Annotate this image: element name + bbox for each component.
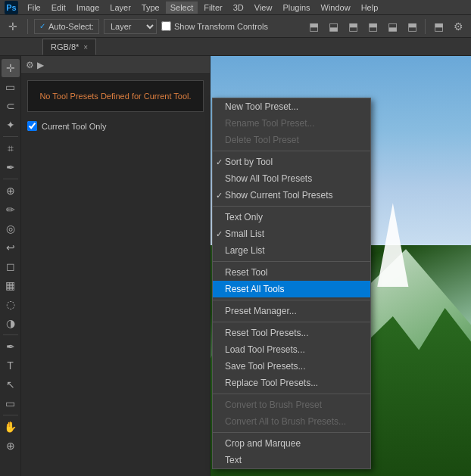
- distribute-right-icon[interactable]: ⬒: [404, 18, 420, 35]
- ctx-item-convert-all-to-brush-presets: Convert All to Brush Presets...: [213, 413, 370, 430]
- ctx-item-text-only[interactable]: Text Only: [213, 209, 370, 226]
- tool-lasso[interactable]: ⊂: [2, 97, 20, 115]
- ctx-item-text[interactable]: Text: [213, 452, 370, 468]
- ctx-separator-10: [213, 300, 370, 300]
- distribute-center-icon[interactable]: ⬓: [384, 18, 401, 35]
- ctx-item-show-current-tool-presets[interactable]: ✓Show Current Tool Presets: [213, 187, 370, 204]
- move-tool-icon[interactable]: ✛: [5, 18, 21, 35]
- tool-type[interactable]: T: [2, 356, 20, 375]
- settings-icon[interactable]: ⚙: [450, 18, 466, 35]
- ctx-item-crop-and-marquee[interactable]: Crop and Marquee: [213, 435, 370, 452]
- ctx-item-delete-tool-preset: Delete Tool Preset: [213, 132, 370, 148]
- ctx-check-sort-by-tool: ✓: [216, 157, 223, 167]
- tool-eyedropper[interactable]: ✒: [2, 158, 20, 176]
- tab-bar: RGB/8* ×: [0, 38, 471, 56]
- ctx-item-rename-tool-preset: Rename Tool Preset...: [213, 115, 370, 132]
- tool-zoom[interactable]: ⊕: [2, 437, 20, 455]
- tool-history-brush[interactable]: ↩: [2, 238, 20, 257]
- presets-panel: ⚙ ▶ No Tool Presets Defined for Current …: [21, 56, 211, 476]
- tab-close-button[interactable]: ×: [83, 43, 88, 51]
- distribute-icon[interactable]: ⬒: [364, 18, 381, 35]
- tool-brush[interactable]: ✏: [2, 201, 20, 219]
- tool-path-select[interactable]: ↖: [2, 375, 20, 394]
- transform-controls-checkbox[interactable]: [161, 21, 171, 31]
- ctx-label-reset-tool: Reset Tool: [225, 267, 267, 278]
- ctx-label-preset-manager: Preset Manager...: [225, 306, 297, 316]
- ctx-label-reset-tool-presets: Reset Tool Presets...: [225, 328, 309, 338]
- separator-2: [425, 19, 426, 34]
- menu-select[interactable]: Select: [166, 2, 198, 14]
- main-layout: ✛ ▭ ⊂ ✦ ⌗ ✒ ⊕ ✏ ◎ ↩ ◻ ▦ ◌ ◑ ✒ T ↖ ▭ ✋ ⊕ …: [0, 56, 471, 476]
- ctx-item-preset-manager[interactable]: Preset Manager...: [213, 303, 370, 319]
- ctx-item-replace-tool-presets[interactable]: Replace Tool Presets...: [213, 375, 370, 391]
- presets-panel-settings-icon[interactable]: ⚙: [26, 60, 34, 70]
- tool-gradient[interactable]: ▦: [2, 276, 20, 294]
- align-left-icon[interactable]: ⬒: [305, 18, 322, 35]
- ctx-label-large-list: Large List: [225, 245, 265, 256]
- auto-select-toggle[interactable]: ✓ Auto-Select:: [34, 19, 99, 34]
- ctx-item-sort-by-tool[interactable]: ✓Sort by Tool: [213, 154, 370, 170]
- ctx-item-show-all-tool-presets[interactable]: Show All Tool Presets: [213, 170, 370, 187]
- align-center-icon[interactable]: ⬓: [325, 18, 342, 35]
- menu-view[interactable]: View: [250, 2, 277, 14]
- tool-blur[interactable]: ◌: [2, 295, 20, 313]
- tool-hand[interactable]: ✋: [2, 418, 20, 436]
- tool-pen[interactable]: ✒: [2, 338, 20, 356]
- menu-bar: Ps File Edit Image Layer Type Select Fil…: [0, 0, 471, 15]
- menu-file[interactable]: File: [23, 2, 45, 14]
- ctx-item-load-tool-presets[interactable]: Load Tool Presets...: [213, 341, 370, 358]
- ctx-item-reset-all-tools[interactable]: Reset All Tools: [213, 281, 370, 297]
- toolbar-separator-1: [3, 136, 18, 137]
- ctx-label-save-tool-presets: Save Tool Presets...: [225, 361, 306, 372]
- menu-layer[interactable]: Layer: [105, 2, 136, 14]
- toolbar-separator-3: [3, 334, 18, 335]
- tool-shape[interactable]: ▭: [2, 394, 20, 412]
- align-right-icon[interactable]: ⬒: [345, 18, 361, 35]
- tool-dodge[interactable]: ◑: [2, 314, 20, 332]
- menu-filter[interactable]: Filter: [199, 2, 226, 14]
- presets-panel-arrow-icon[interactable]: ▶: [37, 60, 44, 70]
- tool-move[interactable]: ✛: [2, 59, 20, 77]
- arrange-icon[interactable]: ⬒: [430, 18, 447, 35]
- tool-clone[interactable]: ◎: [2, 219, 20, 238]
- separator-1: [27, 19, 28, 34]
- ctx-item-save-tool-presets[interactable]: Save Tool Presets...: [213, 358, 370, 375]
- presets-panel-header: ⚙ ▶: [21, 56, 210, 74]
- ps-logo: Ps: [5, 1, 18, 14]
- ctx-item-large-list[interactable]: Large List: [213, 242, 370, 259]
- ctx-item-new-tool-preset[interactable]: New Tool Preset...: [213, 98, 370, 115]
- ctx-label-load-tool-presets: Load Tool Presets...: [225, 344, 305, 355]
- menu-help[interactable]: Help: [357, 2, 383, 14]
- ctx-label-rename-tool-preset: Rename Tool Preset...: [225, 118, 315, 129]
- ctx-label-new-tool-preset: New Tool Preset...: [225, 101, 298, 112]
- menu-3d[interactable]: 3D: [229, 2, 248, 14]
- ctx-item-small-list[interactable]: ✓Small List: [213, 226, 370, 242]
- tab-main-document[interactable]: RGB/8* ×: [42, 39, 96, 55]
- menu-image[interactable]: Image: [72, 2, 104, 14]
- ctx-label-text: Text: [225, 455, 242, 465]
- ctx-check-small-list: ✓: [216, 229, 223, 239]
- no-presets-message: No Tool Presets Defined for Current Tool…: [27, 80, 204, 112]
- menu-type[interactable]: Type: [137, 2, 164, 14]
- tool-select-rect[interactable]: ▭: [2, 78, 20, 96]
- tool-crop[interactable]: ⌗: [2, 139, 20, 157]
- ctx-label-show-current-tool-presets: Show Current Tool Presets: [225, 190, 333, 201]
- ctx-label-delete-tool-preset: Delete Tool Preset: [225, 135, 299, 145]
- ctx-item-reset-tool-presets[interactable]: Reset Tool Presets...: [213, 325, 370, 341]
- current-tool-only-checkbox[interactable]: [27, 121, 37, 131]
- tool-eraser[interactable]: ◻: [2, 257, 20, 275]
- toolbar-separator-4: [3, 415, 18, 415]
- ctx-item-reset-tool[interactable]: Reset Tool: [213, 264, 370, 281]
- menu-plugins[interactable]: Plugins: [278, 2, 314, 14]
- ctx-separator-5: [213, 206, 370, 207]
- tool-magic-wand[interactable]: ✦: [2, 116, 20, 134]
- menu-window[interactable]: Window: [317, 2, 355, 14]
- ctx-separator-11: [213, 322, 370, 322]
- menu-edit[interactable]: Edit: [47, 2, 70, 14]
- ctx-label-convert-all-to-brush-presets: Convert All to Brush Presets...: [225, 416, 346, 427]
- ctx-separator-2: [213, 151, 370, 151]
- layer-select[interactable]: Layer: [104, 19, 157, 34]
- transform-controls-label[interactable]: Show Transform Controls: [161, 21, 268, 31]
- ctx-separator-17: [213, 432, 370, 433]
- tool-healing[interactable]: ⊕: [2, 182, 20, 200]
